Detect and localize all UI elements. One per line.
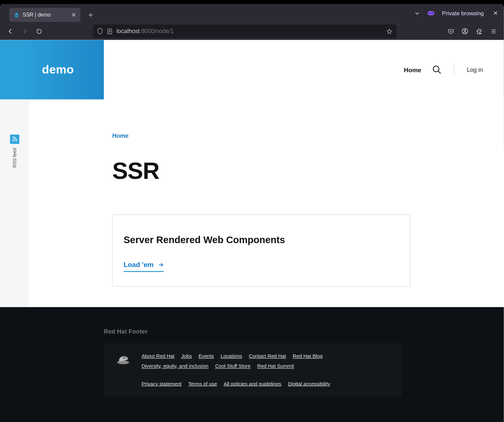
footer-link[interactable]: All policies and guidelines (224, 381, 281, 387)
account-icon[interactable] (459, 25, 471, 37)
bookmark-star-icon[interactable] (386, 28, 392, 34)
nav-back-button[interactable] (4, 25, 17, 37)
rss-label[interactable]: RSS feed (12, 148, 17, 168)
search-icon[interactable] (432, 65, 441, 75)
site-logo-text: demo (42, 63, 74, 76)
footer-row-primary: About Red Hat Jobs Events Locations Cont… (141, 353, 330, 359)
login-link[interactable]: Log in (467, 66, 483, 73)
private-mask-icon (428, 11, 434, 16)
footer-link[interactable]: Jobs (181, 353, 192, 359)
browser-chrome: SSR | demo ✕ ＋ Private browsing ✕ (0, 4, 504, 40)
site-header: demo Home Log in (0, 40, 504, 99)
header-divider (454, 63, 454, 76)
footer-link[interactable]: Terms of use (188, 381, 217, 387)
card-cta-link[interactable]: Load 'em (124, 261, 164, 272)
browser-tab[interactable]: SSR | demo ✕ (9, 8, 81, 22)
private-browsing-label: Private browsing (442, 10, 484, 16)
nav-forward-button[interactable] (19, 25, 31, 37)
footer-link[interactable]: Diversity, equity, and inclusion (141, 363, 208, 369)
svg-rect-0 (428, 11, 434, 15)
tracking-shield-icon[interactable] (97, 28, 103, 34)
footer-row-secondary: Privacy statement Terms of use All polic… (141, 381, 330, 387)
footer-link[interactable]: Locations (221, 353, 242, 359)
footer-link[interactable]: Privacy statement (141, 381, 182, 387)
svg-point-2 (431, 12, 433, 14)
svg-point-11 (12, 140, 14, 142)
window-close-icon[interactable]: ✕ (493, 10, 498, 17)
tabs-list-chevron-icon[interactable] (414, 10, 420, 16)
card-title: Server Rendered Web Components (124, 234, 399, 245)
url-host: localhost (116, 28, 140, 34)
extensions-icon[interactable] (473, 25, 485, 37)
content-card: Server Rendered Web Components Load 'em (112, 215, 411, 287)
footer-row-primary-b: Diversity, equity, and inclusion Cool St… (141, 363, 330, 369)
tab-title: SSR | demo (23, 12, 51, 18)
social-rail: RSS feed (0, 99, 29, 307)
footer-link[interactable]: Digital accessibility (288, 381, 330, 387)
new-tab-button[interactable]: ＋ (84, 9, 96, 21)
page-title: SSR (112, 157, 420, 185)
url-text: localhost:8000/node/1 (116, 28, 174, 34)
footer-link[interactable]: Events (198, 353, 214, 359)
breadcrumb-home-link[interactable]: Home (112, 132, 129, 139)
url-path: :8000/node/1 (140, 28, 174, 34)
footer-link[interactable]: Red Hat Summit (257, 363, 294, 369)
site-info-icon[interactable] (107, 28, 112, 34)
svg-point-12 (117, 361, 129, 364)
drupal-favicon-icon (13, 12, 19, 18)
footer-link[interactable]: Red Hat Blog (293, 353, 322, 359)
footer-link[interactable]: Cool Stuff Store (215, 363, 251, 369)
app-menu-icon[interactable] (487, 25, 500, 37)
redhat-fedora-icon (114, 354, 133, 365)
svg-point-1 (429, 12, 431, 14)
tab-close-icon[interactable]: ✕ (71, 12, 76, 18)
nav-home-link[interactable]: Home (404, 66, 421, 73)
site-logo[interactable]: demo (0, 40, 104, 99)
pocket-icon[interactable] (444, 25, 457, 37)
footer-heading: Red Hat Footer (104, 328, 504, 335)
breadcrumb: Home (112, 132, 420, 140)
footer-link[interactable]: About Red Hat (141, 353, 175, 359)
footer-link[interactable]: Contact Red Hat (249, 353, 286, 359)
url-bar[interactable]: localhost:8000/node/1 (93, 25, 397, 38)
rss-icon[interactable] (10, 134, 19, 144)
card-cta-label: Load 'em (124, 261, 154, 269)
svg-point-9 (433, 66, 439, 72)
arrow-right-icon (158, 262, 164, 268)
svg-line-10 (438, 71, 441, 74)
nav-reload-button[interactable] (33, 25, 45, 37)
site-footer: Red Hat Footer About Red Hat Jobs (0, 307, 504, 422)
svg-point-8 (464, 29, 466, 31)
